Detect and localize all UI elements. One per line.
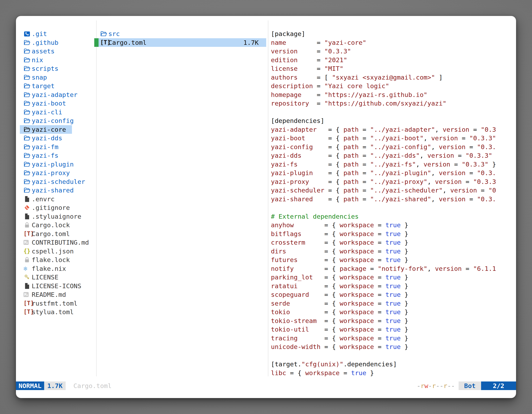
lock-icon bbox=[24, 221, 32, 229]
sidebar-item-cspell-json[interactable]: {}cspell.json bbox=[20, 247, 72, 256]
item-label: cspell.json bbox=[32, 247, 74, 256]
code-line: description = "Yazi core logic" bbox=[271, 82, 516, 90]
sidebar-item-nix[interactable]: nix bbox=[20, 56, 72, 64]
code-line bbox=[271, 351, 516, 360]
file-item-src[interactable]: src bbox=[94, 29, 266, 38]
sidebar-item-yazi-proxy[interactable]: yazi-proxy bbox=[20, 169, 72, 177]
status-right-group: -rw-r--r-- Bot 2/2 bbox=[417, 382, 516, 390]
item-label: yazi-adapter bbox=[32, 90, 77, 99]
code-line: authors = [ "sxyazi <sxyazi@gmail.com>" … bbox=[271, 73, 516, 82]
folder-open-icon bbox=[24, 187, 32, 194]
sidebar-item--git[interactable]: .git bbox=[20, 29, 72, 38]
sidebar-item-yazi-fm[interactable]: yazi-fm bbox=[20, 143, 72, 151]
file-size: 1.7K bbox=[243, 38, 259, 47]
code-line: dirs = { workspace = true } bbox=[271, 247, 516, 256]
gitignore-icon bbox=[24, 204, 32, 211]
code-line: name = "yazi-core" bbox=[271, 38, 516, 47]
key-icon bbox=[24, 274, 32, 281]
sidebar-item--styluaignore[interactable]: .styluaignore bbox=[20, 212, 72, 221]
sidebar-item-yazi-dds[interactable]: yazi-dds bbox=[20, 134, 72, 143]
sidebar-item--github[interactable]: .github bbox=[20, 38, 72, 47]
code-line: repository = "https://github.com/sxyazi/… bbox=[271, 99, 516, 108]
mode-badge: NORMAL bbox=[16, 382, 44, 390]
code-line: version = "0.3.3" bbox=[271, 47, 516, 56]
code-line: futures = { workspace = true } bbox=[271, 255, 516, 264]
file-item-cargo-toml[interactable]: [T]Cargo.toml1.7K bbox=[94, 38, 266, 47]
sidebar-item-yazi-adapter[interactable]: yazi-adapter bbox=[20, 90, 72, 99]
sidebar-item-cargo-lock[interactable]: Cargo.lock bbox=[20, 221, 72, 230]
sidebar-item-yazi-fs[interactable]: yazi-fs bbox=[20, 151, 72, 160]
item-label: target bbox=[32, 82, 55, 90]
sidebar-item-readme-md[interactable]: M↓README.md bbox=[20, 290, 72, 299]
sidebar-item-flake-nix[interactable]: ❄flake.nix bbox=[20, 264, 72, 273]
sidebar-item-stylua-toml[interactable]: [T]stylua.toml bbox=[20, 308, 72, 317]
item-label: rustfmt.toml bbox=[32, 299, 77, 308]
code-line: [package] bbox=[271, 29, 516, 38]
item-label: yazi-dds bbox=[32, 134, 62, 143]
item-label: yazi-scheduler bbox=[32, 177, 85, 186]
parent-pane: .git.githubassetsnixscriptssnaptargetyaz… bbox=[16, 29, 96, 317]
folder-open-icon bbox=[24, 82, 32, 89]
code-line: anyhow = { workspace = true } bbox=[271, 221, 516, 230]
item-label: README.md bbox=[32, 290, 66, 299]
sidebar-item-scripts[interactable]: scripts bbox=[20, 64, 72, 73]
sidebar-item-rustfmt-toml[interactable]: [T]rustfmt.toml bbox=[20, 299, 72, 308]
toml-icon: [T] bbox=[100, 39, 108, 46]
item-label: Cargo.toml bbox=[108, 38, 147, 47]
git-repo-icon bbox=[24, 30, 32, 37]
code-line: scopeguard = { workspace = true } bbox=[271, 290, 516, 299]
sidebar-item-flake-lock[interactable]: flake.lock bbox=[20, 255, 72, 264]
sidebar-item-yazi-boot[interactable]: yazi-boot bbox=[20, 99, 72, 108]
sidebar-item-yazi-plugin[interactable]: yazi-plugin bbox=[20, 160, 72, 169]
item-label: yazi-cli bbox=[32, 108, 62, 116]
folder-open-icon bbox=[100, 30, 108, 37]
code-line: crossterm = { workspace = true } bbox=[271, 238, 516, 247]
sidebar-item-cargo-toml[interactable]: [T]Cargo.toml bbox=[20, 230, 72, 238]
item-label: .git bbox=[32, 29, 47, 38]
current-pane: src[T]Cargo.toml1.7K bbox=[94, 29, 266, 47]
sidebar-item-target[interactable]: target bbox=[20, 82, 72, 90]
code-line: parking_lot = { workspace = true } bbox=[271, 273, 516, 282]
folder-open-icon bbox=[24, 161, 32, 168]
sidebar-item-yazi-config[interactable]: yazi-config bbox=[20, 116, 72, 125]
code-line: yazi-adapter = { path = "../yazi-adapter… bbox=[271, 125, 516, 134]
status-bar: NORMAL 1.7K Cargo.toml -rw-r--r-- Bot 2/… bbox=[16, 382, 516, 390]
sidebar-item--envrc[interactable]: .envrc bbox=[20, 195, 72, 203]
nix-icon: ❄ bbox=[24, 265, 32, 272]
code-line: tokio-stream = { workspace = true } bbox=[271, 317, 516, 325]
folder-open-icon bbox=[24, 65, 32, 72]
code-line: yazi-fs = { path = "../yazi-fs", version… bbox=[271, 160, 516, 169]
item-label: yazi-fm bbox=[32, 143, 58, 151]
app-window: .git.githubassetsnixscriptssnaptargetyaz… bbox=[16, 16, 516, 398]
item-label: nix bbox=[32, 56, 43, 64]
folder-open-icon bbox=[24, 117, 32, 124]
item-label: src bbox=[108, 29, 120, 38]
sidebar-item-yazi-scheduler[interactable]: yazi-scheduler bbox=[20, 177, 72, 186]
item-label: CONTRIBUTING.md bbox=[32, 238, 89, 247]
sidebar-item-license-icons[interactable]: LICENSE-ICONS bbox=[20, 282, 72, 290]
item-label: yazi-fs bbox=[32, 151, 58, 160]
sidebar-item--gitignore[interactable]: .gitignore bbox=[20, 203, 72, 212]
sidebar-item-yazi-core[interactable]: yazi-core bbox=[20, 125, 72, 134]
folder-open-icon bbox=[24, 152, 32, 159]
sidebar-item-license[interactable]: LICENSE bbox=[20, 273, 72, 282]
file-icon bbox=[24, 195, 32, 202]
code-line: bitflags = { workspace = true } bbox=[271, 230, 516, 238]
sidebar-item-contributing-md[interactable]: M↓CONTRIBUTING.md bbox=[20, 238, 72, 247]
sidebar-item-assets[interactable]: assets bbox=[20, 47, 72, 56]
sidebar-item-yazi-shared[interactable]: yazi-shared bbox=[20, 186, 72, 195]
sidebar-item-snap[interactable]: snap bbox=[20, 73, 72, 82]
code-line: yazi-proxy = { path = "../yazi-proxy", v… bbox=[271, 177, 516, 186]
item-label: yazi-plugin bbox=[32, 160, 74, 169]
status-filename: Cargo.toml bbox=[73, 382, 112, 390]
folder-open-icon bbox=[24, 143, 32, 150]
sidebar-item-yazi-cli[interactable]: yazi-cli bbox=[20, 108, 72, 116]
folder-open-icon bbox=[24, 100, 32, 107]
toml-icon: [T] bbox=[24, 300, 32, 307]
item-label: yazi-boot bbox=[32, 99, 66, 108]
code-line: yazi-scheduler = { path = "../yazi-sched… bbox=[271, 186, 516, 195]
permissions: -rw-r--r-- bbox=[417, 382, 455, 390]
item-content: src bbox=[99, 29, 266, 38]
code-line: # External dependencies bbox=[271, 212, 516, 221]
markdown-icon: M↓ bbox=[24, 292, 32, 297]
